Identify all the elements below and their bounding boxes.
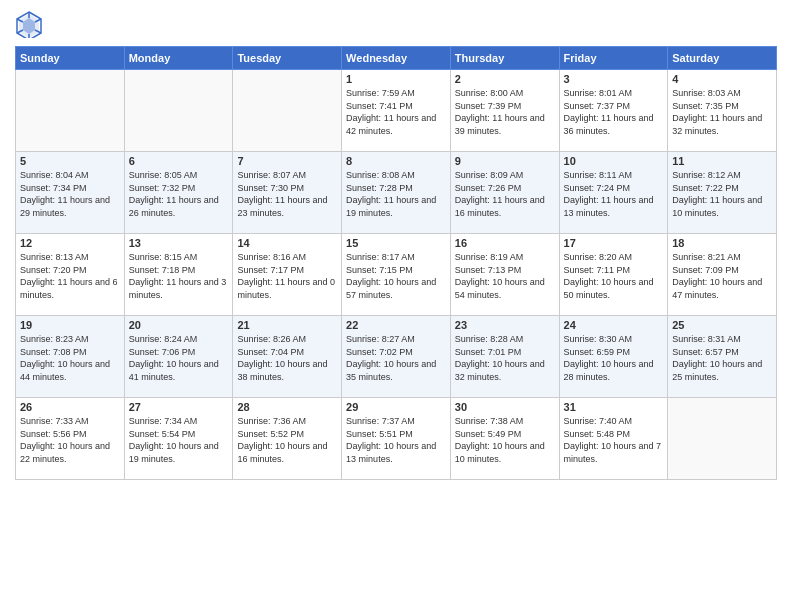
table-row: 10Sunrise: 8:11 AMSunset: 7:24 PMDayligh… xyxy=(559,152,668,234)
day-info: Sunrise: 8:17 AMSunset: 7:15 PMDaylight:… xyxy=(346,251,446,301)
day-number: 3 xyxy=(564,73,664,85)
page: Sunday Monday Tuesday Wednesday Thursday… xyxy=(0,0,792,612)
day-number: 25 xyxy=(672,319,772,331)
col-wednesday: Wednesday xyxy=(342,47,451,70)
calendar-week-row: 12Sunrise: 8:13 AMSunset: 7:20 PMDayligh… xyxy=(16,234,777,316)
day-info: Sunrise: 8:05 AMSunset: 7:32 PMDaylight:… xyxy=(129,169,229,219)
day-info: Sunrise: 8:12 AMSunset: 7:22 PMDaylight:… xyxy=(672,169,772,219)
day-number: 5 xyxy=(20,155,120,167)
day-info: Sunrise: 8:03 AMSunset: 7:35 PMDaylight:… xyxy=(672,87,772,137)
day-info: Sunrise: 8:00 AMSunset: 7:39 PMDaylight:… xyxy=(455,87,555,137)
day-number: 31 xyxy=(564,401,664,413)
day-info: Sunrise: 8:21 AMSunset: 7:09 PMDaylight:… xyxy=(672,251,772,301)
day-info: Sunrise: 8:23 AMSunset: 7:08 PMDaylight:… xyxy=(20,333,120,383)
col-monday: Monday xyxy=(124,47,233,70)
col-thursday: Thursday xyxy=(450,47,559,70)
day-number: 26 xyxy=(20,401,120,413)
day-number: 21 xyxy=(237,319,337,331)
logo-icon xyxy=(15,10,43,38)
day-info: Sunrise: 8:04 AMSunset: 7:34 PMDaylight:… xyxy=(20,169,120,219)
day-number: 11 xyxy=(672,155,772,167)
table-row xyxy=(124,70,233,152)
day-number: 2 xyxy=(455,73,555,85)
table-row: 20Sunrise: 8:24 AMSunset: 7:06 PMDayligh… xyxy=(124,316,233,398)
table-row: 8Sunrise: 8:08 AMSunset: 7:28 PMDaylight… xyxy=(342,152,451,234)
calendar-week-row: 5Sunrise: 8:04 AMSunset: 7:34 PMDaylight… xyxy=(16,152,777,234)
table-row: 12Sunrise: 8:13 AMSunset: 7:20 PMDayligh… xyxy=(16,234,125,316)
day-number: 29 xyxy=(346,401,446,413)
col-sunday: Sunday xyxy=(16,47,125,70)
day-info: Sunrise: 8:11 AMSunset: 7:24 PMDaylight:… xyxy=(564,169,664,219)
day-number: 24 xyxy=(564,319,664,331)
day-info: Sunrise: 7:37 AMSunset: 5:51 PMDaylight:… xyxy=(346,415,446,465)
table-row: 7Sunrise: 8:07 AMSunset: 7:30 PMDaylight… xyxy=(233,152,342,234)
table-row: 19Sunrise: 8:23 AMSunset: 7:08 PMDayligh… xyxy=(16,316,125,398)
calendar-week-row: 26Sunrise: 7:33 AMSunset: 5:56 PMDayligh… xyxy=(16,398,777,480)
table-row: 23Sunrise: 8:28 AMSunset: 7:01 PMDayligh… xyxy=(450,316,559,398)
table-row: 4Sunrise: 8:03 AMSunset: 7:35 PMDaylight… xyxy=(668,70,777,152)
table-row: 28Sunrise: 7:36 AMSunset: 5:52 PMDayligh… xyxy=(233,398,342,480)
day-number: 16 xyxy=(455,237,555,249)
day-number: 30 xyxy=(455,401,555,413)
day-number: 9 xyxy=(455,155,555,167)
day-number: 18 xyxy=(672,237,772,249)
day-number: 4 xyxy=(672,73,772,85)
table-row: 16Sunrise: 8:19 AMSunset: 7:13 PMDayligh… xyxy=(450,234,559,316)
table-row: 27Sunrise: 7:34 AMSunset: 5:54 PMDayligh… xyxy=(124,398,233,480)
day-info: Sunrise: 7:33 AMSunset: 5:56 PMDaylight:… xyxy=(20,415,120,465)
table-row: 30Sunrise: 7:38 AMSunset: 5:49 PMDayligh… xyxy=(450,398,559,480)
day-info: Sunrise: 8:28 AMSunset: 7:01 PMDaylight:… xyxy=(455,333,555,383)
header xyxy=(15,10,777,38)
table-row: 11Sunrise: 8:12 AMSunset: 7:22 PMDayligh… xyxy=(668,152,777,234)
table-row xyxy=(668,398,777,480)
day-info: Sunrise: 8:19 AMSunset: 7:13 PMDaylight:… xyxy=(455,251,555,301)
day-info: Sunrise: 8:16 AMSunset: 7:17 PMDaylight:… xyxy=(237,251,337,301)
table-row: 29Sunrise: 7:37 AMSunset: 5:51 PMDayligh… xyxy=(342,398,451,480)
table-row: 22Sunrise: 8:27 AMSunset: 7:02 PMDayligh… xyxy=(342,316,451,398)
col-tuesday: Tuesday xyxy=(233,47,342,70)
day-number: 12 xyxy=(20,237,120,249)
logo xyxy=(15,10,47,38)
table-row: 25Sunrise: 8:31 AMSunset: 6:57 PMDayligh… xyxy=(668,316,777,398)
table-row: 26Sunrise: 7:33 AMSunset: 5:56 PMDayligh… xyxy=(16,398,125,480)
day-info: Sunrise: 8:09 AMSunset: 7:26 PMDaylight:… xyxy=(455,169,555,219)
table-row: 18Sunrise: 8:21 AMSunset: 7:09 PMDayligh… xyxy=(668,234,777,316)
table-row: 21Sunrise: 8:26 AMSunset: 7:04 PMDayligh… xyxy=(233,316,342,398)
table-row xyxy=(233,70,342,152)
table-row: 3Sunrise: 8:01 AMSunset: 7:37 PMDaylight… xyxy=(559,70,668,152)
day-number: 14 xyxy=(237,237,337,249)
col-saturday: Saturday xyxy=(668,47,777,70)
day-number: 22 xyxy=(346,319,446,331)
day-number: 23 xyxy=(455,319,555,331)
table-row: 9Sunrise: 8:09 AMSunset: 7:26 PMDaylight… xyxy=(450,152,559,234)
table-row: 17Sunrise: 8:20 AMSunset: 7:11 PMDayligh… xyxy=(559,234,668,316)
day-number: 6 xyxy=(129,155,229,167)
day-number: 15 xyxy=(346,237,446,249)
day-info: Sunrise: 8:15 AMSunset: 7:18 PMDaylight:… xyxy=(129,251,229,301)
calendar-week-row: 1Sunrise: 7:59 AMSunset: 7:41 PMDaylight… xyxy=(16,70,777,152)
col-friday: Friday xyxy=(559,47,668,70)
day-number: 7 xyxy=(237,155,337,167)
table-row: 15Sunrise: 8:17 AMSunset: 7:15 PMDayligh… xyxy=(342,234,451,316)
table-row xyxy=(16,70,125,152)
day-number: 8 xyxy=(346,155,446,167)
day-info: Sunrise: 8:31 AMSunset: 6:57 PMDaylight:… xyxy=(672,333,772,383)
day-info: Sunrise: 8:27 AMSunset: 7:02 PMDaylight:… xyxy=(346,333,446,383)
day-number: 13 xyxy=(129,237,229,249)
day-info: Sunrise: 7:40 AMSunset: 5:48 PMDaylight:… xyxy=(564,415,664,465)
day-info: Sunrise: 7:59 AMSunset: 7:41 PMDaylight:… xyxy=(346,87,446,137)
calendar-week-row: 19Sunrise: 8:23 AMSunset: 7:08 PMDayligh… xyxy=(16,316,777,398)
table-row: 5Sunrise: 8:04 AMSunset: 7:34 PMDaylight… xyxy=(16,152,125,234)
day-number: 28 xyxy=(237,401,337,413)
day-info: Sunrise: 7:36 AMSunset: 5:52 PMDaylight:… xyxy=(237,415,337,465)
day-info: Sunrise: 8:13 AMSunset: 7:20 PMDaylight:… xyxy=(20,251,120,301)
day-info: Sunrise: 8:07 AMSunset: 7:30 PMDaylight:… xyxy=(237,169,337,219)
table-row: 13Sunrise: 8:15 AMSunset: 7:18 PMDayligh… xyxy=(124,234,233,316)
day-number: 1 xyxy=(346,73,446,85)
day-info: Sunrise: 7:38 AMSunset: 5:49 PMDaylight:… xyxy=(455,415,555,465)
day-number: 17 xyxy=(564,237,664,249)
calendar-table: Sunday Monday Tuesday Wednesday Thursday… xyxy=(15,46,777,480)
table-row: 14Sunrise: 8:16 AMSunset: 7:17 PMDayligh… xyxy=(233,234,342,316)
day-number: 20 xyxy=(129,319,229,331)
calendar-header-row: Sunday Monday Tuesday Wednesday Thursday… xyxy=(16,47,777,70)
